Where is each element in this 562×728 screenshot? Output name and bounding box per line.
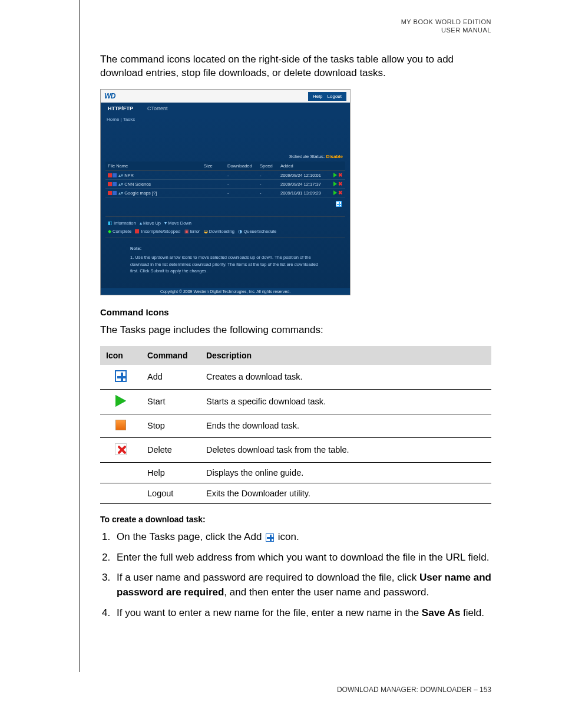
ss-breadcrumb: Home | Tasks (101, 114, 350, 124)
ss-tab-http: HTTP/FTP (101, 103, 140, 114)
table-row: ▴▾ NPR - - 2009/09/24 12:10:01 ✖ (105, 171, 345, 180)
command-icons-table: Icon Command Description Add Creates a d… (100, 346, 491, 504)
tasks-intro: The Tasks page includes the following co… (100, 323, 491, 337)
th-icon: Icon (100, 346, 141, 365)
ss-tab-ctorrent: CTorrent (140, 103, 175, 114)
start-icon (333, 190, 337, 195)
ss-logout-link: Logout (328, 94, 342, 99)
header-line1: MY BOOK WORLD EDITION (100, 18, 491, 26)
ss-note: Note: 1. Use the up/down arrow icons to … (130, 245, 320, 274)
col-added: Added (278, 162, 331, 171)
th-command: Command (141, 346, 200, 365)
table-row: ▴▾ CNN Science - - 2009/09/24 12:17:37 ✖ (105, 180, 345, 189)
add-icon (266, 533, 274, 542)
header-line2: USER MANUAL (100, 26, 491, 34)
delete-icon: ✖ (338, 172, 343, 178)
create-task-steps: On the Tasks page, click the Add icon. E… (100, 530, 491, 620)
step-4: If you want to enter a new name for the … (113, 606, 491, 621)
delete-icon: ✖ (338, 190, 343, 196)
page-footer: DOWNLOAD MANAGER: DOWNLOADER – 153 (337, 686, 491, 694)
wd-logo: WD (104, 92, 115, 100)
start-icon (333, 173, 337, 177)
table-row: Add Creates a download task. (100, 365, 491, 390)
page-content: MY BOOK WORLD EDITION USER MANUAL The co… (0, 0, 562, 620)
table-row: Help Displays the online guide. (100, 462, 491, 483)
section-command-icons: Command Icons (100, 307, 491, 317)
ss-legend: ◧ Information ▴ Move Up ▾ Move Down ◆ Co… (105, 216, 345, 238)
stop-icon (115, 420, 126, 430)
step-3: If a user name and password are required… (113, 571, 491, 599)
col-speed: Speed (257, 162, 278, 171)
col-size: Size (201, 162, 225, 171)
intro-paragraph: The command icons located on the right-s… (100, 52, 491, 81)
table-row: Delete Deletes download task from the ta… (100, 437, 491, 462)
page-header: MY BOOK WORLD EDITION USER MANUAL (100, 18, 491, 35)
ss-tasks-table: File Name Size Downloaded Speed Added ▴▾… (105, 162, 345, 197)
start-icon (115, 395, 126, 407)
add-icon (115, 370, 127, 382)
col-file: File Name (105, 162, 201, 171)
ss-schedule-status: Schedule Status: Disable (101, 153, 350, 160)
table-row: Stop Ends the download task. (100, 414, 491, 437)
downloader-screenshot: WD Help Logout HTTP/FTP CTorrent Home | … (100, 89, 351, 295)
th-description: Description (200, 346, 491, 365)
table-row: ▴▾ Google maps [?] - - 2009/10/01 13:09:… (105, 189, 345, 197)
ss-help-link: Help (313, 94, 322, 99)
ss-copyright: Copyright © 2009 Western Digital Technol… (101, 288, 350, 295)
table-row: Start Starts a specific download task. (100, 389, 491, 414)
col-downloaded: Downloaded (225, 162, 257, 171)
create-task-title: To create a download task: (100, 515, 491, 524)
delete-icon: ✖ (338, 181, 343, 187)
table-row: Logout Exits the Downloader utility. (100, 483, 491, 503)
add-icon (336, 201, 342, 207)
step-1: On the Tasks page, click the Add icon. (113, 530, 491, 545)
margin-rule (80, 0, 80, 672)
delete-icon (115, 443, 127, 455)
step-2: Enter the full web address from which yo… (113, 551, 491, 565)
start-icon (333, 182, 337, 186)
